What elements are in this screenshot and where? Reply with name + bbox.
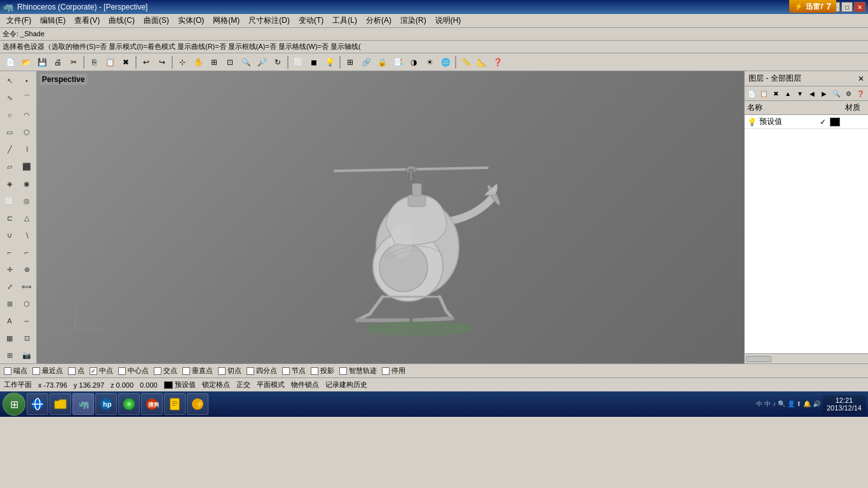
taskbar-folder[interactable] — [50, 393, 71, 415]
tb-rotate[interactable]: ↻ — [270, 55, 285, 70]
rp-up2[interactable]: ◀ — [806, 88, 818, 99]
layer-color-swatch[interactable] — [830, 118, 840, 126]
tb-lock[interactable]: 🔒 — [374, 55, 390, 70]
snap-disable-check[interactable] — [382, 367, 390, 375]
tb-select[interactable]: ⊹ — [175, 55, 190, 70]
tb-save[interactable]: 💾 — [34, 55, 50, 70]
right-panel-close[interactable]: ✕ — [858, 74, 864, 83]
rp-settings[interactable]: ⚙ — [843, 88, 854, 99]
tb-shade[interactable]: ◼ — [306, 55, 322, 70]
tb-measure[interactable]: 📏 — [458, 55, 473, 70]
lt-surface[interactable]: ▱ — [1, 158, 18, 175]
status-object-snap[interactable]: 物件锁点 — [291, 380, 319, 390]
menu-transform[interactable]: 变动(T) — [295, 14, 327, 27]
tb-snap[interactable]: 🔗 — [358, 55, 374, 70]
close-button[interactable]: ✕ — [854, 2, 865, 12]
snap-quadrant-check[interactable] — [247, 367, 254, 375]
tb-world[interactable]: 🌐 — [438, 55, 453, 70]
lt-box[interactable]: ⬜ — [1, 193, 18, 209]
lt-boolean-union[interactable]: ∪ — [1, 227, 18, 243]
start-button[interactable]: ⊞ — [3, 393, 25, 416]
rp-new-sublayer[interactable]: 📋 — [758, 88, 770, 99]
snap-midpoint-check[interactable] — [90, 367, 97, 375]
menu-render[interactable]: 渲染(R) — [397, 14, 430, 27]
lt-fillet[interactable]: ⌐ — [1, 244, 18, 261]
taskbar-ie[interactable] — [27, 393, 48, 415]
menu-solid[interactable]: 实体(O) — [174, 14, 208, 27]
lt-sphere[interactable]: ◎ — [18, 193, 35, 209]
menu-tools[interactable]: 工具(L) — [329, 14, 361, 27]
snap-tangent-check[interactable] — [218, 367, 226, 375]
lt-circle[interactable]: ○ — [1, 107, 18, 123]
tb-new[interactable]: 📄 — [3, 55, 18, 70]
lt-curve[interactable]: ∿ — [1, 90, 18, 106]
tb-help[interactable]: ❓ — [490, 55, 505, 70]
status-record[interactable]: 记录建构历史 — [325, 380, 367, 390]
rp-up[interactable]: ▲ — [782, 88, 794, 99]
tb-copy[interactable]: ⎘ — [86, 55, 102, 70]
menu-help[interactable]: 说明(H) — [431, 14, 465, 27]
snap-intersect[interactable]: 交点 — [154, 366, 177, 376]
lt-sweep[interactable]: ◉ — [18, 175, 35, 192]
lt-interpcrv[interactable]: ⌒ — [18, 90, 35, 106]
viewport[interactable]: Perspective — [37, 71, 744, 363]
lt-mirror[interactable]: ⟺ — [18, 278, 35, 295]
taskbar-sogou[interactable]: 搜狗 — [141, 393, 163, 415]
lt-hatch[interactable]: ▦ — [1, 330, 18, 346]
snap-smart-track-check[interactable] — [339, 367, 347, 375]
snap-tangent[interactable]: 切点 — [218, 366, 241, 376]
tb-print[interactable]: 🖨 — [50, 55, 65, 70]
layer-row-default[interactable]: 💡 预设值 ✓ — [745, 115, 868, 129]
right-panel-scrollbar[interactable] — [745, 353, 868, 363]
lt-group[interactable]: ⬡ — [18, 295, 35, 312]
snap-point-check[interactable] — [68, 367, 76, 375]
menu-file[interactable]: 文件(F) — [3, 14, 35, 27]
tb-zoom-ext[interactable]: ⊞ — [207, 55, 222, 70]
menu-surface[interactable]: 曲面(S) — [140, 14, 173, 27]
tb-redo[interactable]: ↪ — [154, 55, 170, 70]
tb-light[interactable]: ☀ — [422, 55, 437, 70]
tb-zoom-win[interactable]: ⊡ — [222, 55, 238, 70]
rp-delete[interactable]: ✖ — [770, 88, 782, 99]
taskbar-rhino[interactable]: 🦏 — [72, 393, 94, 415]
snap-endpoint-check[interactable] — [4, 367, 11, 375]
rp-down2[interactable]: ▶ — [818, 88, 830, 99]
rp-filter[interactable]: 🔍 — [831, 88, 842, 99]
tb-paste[interactable]: 📋 — [102, 55, 118, 70]
lt-loft[interactable]: ◈ — [1, 175, 18, 192]
menu-analysis[interactable]: 分析(A) — [362, 14, 395, 27]
status-lock-grid[interactable]: 锁定格点 — [202, 380, 230, 390]
restore-button[interactable]: □ — [841, 2, 853, 12]
snap-quadrant[interactable]: 四分点 — [247, 366, 277, 376]
lt-polyline[interactable]: ⌇ — [18, 141, 35, 158]
menu-curve[interactable]: 曲线(C) — [105, 14, 139, 27]
taskbar-file[interactable] — [164, 393, 186, 415]
tb-material[interactable]: ◑ — [406, 55, 421, 70]
rp-help[interactable]: ❓ — [855, 88, 866, 99]
tb-delete[interactable]: ✖ — [118, 55, 133, 70]
rp-down[interactable]: ▼ — [794, 88, 806, 99]
status-plane-mode[interactable]: 平面模式 — [257, 380, 285, 390]
snap-center[interactable]: 中心点 — [118, 366, 149, 376]
snap-disable[interactable]: 停用 — [382, 366, 405, 376]
menu-mesh[interactable]: 网格(M) — [209, 14, 243, 27]
tb-pan[interactable]: ✋ — [191, 55, 206, 70]
taskbar-browser[interactable] — [118, 393, 140, 415]
tb-layer[interactable]: 📑 — [390, 55, 405, 70]
tb-cut2[interactable]: ✂ — [66, 55, 81, 70]
tb-wire[interactable]: ⬜ — [290, 55, 306, 70]
snap-project[interactable]: 投影 — [311, 366, 334, 376]
lt-polygon[interactable]: ⬡ — [18, 124, 35, 140]
tb-open[interactable]: 📂 — [18, 55, 34, 70]
tb-annotate[interactable]: 📐 — [474, 55, 489, 70]
lt-extrude[interactable]: ⬛ — [18, 158, 35, 175]
lt-rect[interactable]: ▭ — [1, 124, 18, 140]
lt-point[interactable]: • — [18, 72, 35, 89]
snap-knot[interactable]: 节点 — [282, 366, 306, 376]
menu-edit[interactable]: 编辑(E) — [36, 14, 69, 27]
snap-point[interactable]: 点 — [68, 366, 85, 376]
lt-camera[interactable]: 📷 — [18, 347, 35, 363]
rp-new-layer[interactable]: 📄 — [746, 88, 757, 99]
snap-midpoint[interactable]: 中点 — [90, 366, 113, 376]
status-orthogonal[interactable]: 正交 — [236, 380, 250, 390]
